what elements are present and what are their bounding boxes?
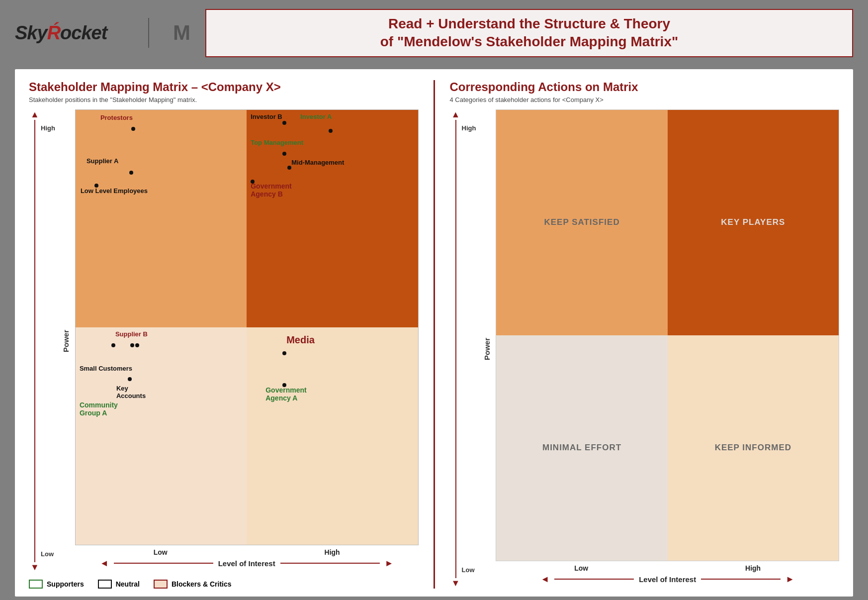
header-divider — [148, 18, 149, 48]
right-power-label-col: Power — [478, 109, 496, 589]
right-x-high-label: High — [745, 564, 761, 572]
legend-neutral-label: Neutral — [116, 580, 140, 588]
dot-supplier-b3 — [135, 343, 139, 347]
label-gov-b: GovernmentAgency B — [251, 182, 291, 198]
right-y-axis-arrow-col: ▲ ▼ — [450, 109, 462, 589]
x-axis-line — [114, 563, 213, 564]
y-high-low: High Low — [41, 109, 57, 573]
rm-key-players: KEY PLAYERS — [668, 110, 839, 335]
left-panel: Stakeholder Mapping Matrix – <Company X>… — [29, 80, 419, 589]
legend-box-black — [98, 580, 112, 589]
right-y-high-low: High Low — [462, 109, 478, 589]
legend-neutral: Neutral — [98, 580, 140, 589]
label-supplier-a: Supplier A — [87, 157, 119, 165]
left-panel-title: Stakeholder Mapping Matrix – <Company X> — [29, 80, 419, 94]
right-x-low-label: Low — [574, 564, 588, 572]
label-investor-b: Investor B — [251, 113, 282, 120]
label-small-customers: Small Customers — [80, 365, 132, 372]
y-arrow-down: ▼ — [30, 562, 39, 573]
panel-divider — [434, 80, 435, 589]
dot-supplier-b1 — [111, 343, 115, 347]
legend-supporters: Supporters — [29, 580, 84, 589]
rm-keep-satisfied: KEEP SATISFIED — [496, 110, 667, 335]
dot-protestors — [131, 127, 135, 131]
power-label-col: Power — [57, 109, 75, 573]
right-y-arrow-up: ▲ — [451, 109, 460, 120]
rm-minimal-effort: MINIMAL EFFORT — [496, 335, 667, 561]
label-supplier-b: Supplier B — [115, 330, 148, 338]
right-panel-subtitle: 4 Categories of stakeholder actions for … — [450, 96, 840, 103]
y-axis-line — [34, 120, 35, 562]
right-x-arrow-left: ◄ — [540, 574, 549, 585]
x-axis-line2 — [280, 563, 380, 564]
dot-supplier-a — [129, 171, 133, 175]
y-high-label: High — [41, 124, 55, 132]
quadrant-top-right: Investor B Investor A Top Management Mid… — [247, 110, 418, 327]
header-m: M — [173, 21, 190, 45]
label-low-level: Low Level Employees — [81, 187, 148, 195]
dot-supplier-b2 — [130, 343, 134, 347]
power-label: Power — [62, 330, 70, 352]
quadrant-bottom-right: Media GovernmentAgency A — [247, 327, 418, 545]
right-x-axis-labels: Low High — [496, 561, 839, 573]
y-arrow-up: ▲ — [30, 109, 39, 120]
x-high-label: High — [325, 548, 340, 556]
right-x-axis-interest-label: Level of Interest — [639, 575, 696, 584]
x-axis-labels: Low High — [75, 545, 419, 557]
legend-blockers-label: Blockers & Critics — [172, 580, 232, 588]
rm-keep-informed: KEEP INFORMED — [668, 335, 839, 561]
label-key-accounts: KeyAccounts — [116, 385, 146, 400]
quadrant-bottom-left: Supplier B Small Customers KeyAccounts C… — [76, 327, 247, 545]
header: SkyŔocket M Read + Understand the Struc… — [0, 0, 868, 64]
matrix-and-xaxis: Protestors Supplier A Low Level Employee… — [75, 109, 419, 573]
main-content: Stakeholder Mapping Matrix – <Company X>… — [15, 69, 853, 597]
right-y-high-label: High — [462, 124, 476, 132]
title-line1: Read + Understand the Structure & Theory — [221, 15, 837, 33]
right-x-axis-line — [554, 579, 634, 580]
label-mid-mgmt: Mid-Management — [291, 159, 344, 166]
dot-mid-mgmt — [287, 166, 291, 170]
dot-investor-b — [282, 121, 286, 125]
y-low-label: Low — [41, 550, 55, 558]
dot-small-customers — [128, 377, 132, 381]
right-x-axis-line2 — [701, 579, 781, 580]
logo-text: SkyŔocket — [15, 22, 107, 44]
x-low-label: Low — [154, 548, 168, 556]
label-gov-a: GovernmentAgency A — [265, 386, 306, 402]
x-arrow-left: ◄ — [100, 558, 109, 569]
logo-area: SkyŔocket — [15, 22, 124, 44]
legend-blockers: Blockers & Critics — [154, 580, 232, 589]
legend: Supporters Neutral Blockers & Critics — [29, 580, 419, 589]
legend-box-red — [154, 580, 168, 589]
label-protestors: Protestors — [100, 114, 133, 121]
label-media: Media — [286, 334, 315, 346]
right-y-axis-line — [455, 120, 456, 578]
right-panel-title: Corresponding Actions on Matrix — [450, 80, 840, 94]
title-line2: of "Mendelow's Stakeholder Mapping Matri… — [221, 33, 837, 51]
dot-gov-a — [282, 383, 286, 387]
dot-top-mgmt — [282, 152, 286, 156]
label-top-mgmt: Top Management — [251, 139, 303, 146]
y-axis-arrow-col: ▲ ▼ — [29, 109, 41, 573]
dot-media — [282, 351, 286, 355]
right-matrix-and-xaxis: KEEP SATISFIED KEY PLAYERS MINIMAL EFFOR… — [496, 109, 839, 589]
legend-box-green — [29, 580, 43, 589]
right-y-low-label: Low — [462, 566, 476, 574]
title-box: Read + Understand the Structure & Theory… — [205, 9, 853, 57]
label-investor-a: Investor A — [300, 113, 332, 120]
dot-gov-b — [251, 180, 255, 184]
right-x-axis-arrow-row: ◄ Level of Interest ► — [496, 573, 839, 589]
right-x-arrow-right: ► — [785, 574, 794, 585]
right-panel: Corresponding Actions on Matrix 4 Catego… — [450, 80, 840, 589]
x-axis-arrow-row: ◄ Level of Interest ► — [75, 557, 419, 573]
right-matrix-grid: KEEP SATISFIED KEY PLAYERS MINIMAL EFFOR… — [496, 109, 839, 561]
dot-low-level — [94, 184, 98, 188]
right-y-arrow-down: ▼ — [451, 578, 460, 589]
label-community-a: CommunityGroup A — [80, 401, 118, 417]
x-axis-interest-label: Level of Interest — [218, 559, 275, 568]
right-power-label: Power — [483, 338, 491, 360]
quadrant-top-left: Protestors Supplier A Low Level Employee… — [76, 110, 247, 327]
x-arrow-right: ► — [385, 558, 394, 569]
left-panel-subtitle: Stakeholder positions in the "Stakeholde… — [29, 96, 419, 103]
dot-investor-a — [329, 129, 333, 133]
